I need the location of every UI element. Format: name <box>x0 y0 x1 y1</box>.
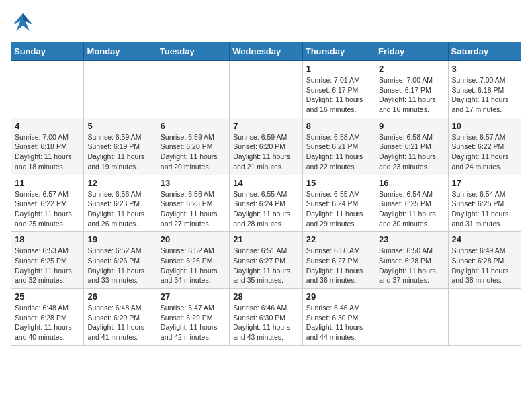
day-cell <box>230 61 302 118</box>
weekday-header-saturday: Saturday <box>448 42 521 61</box>
day-number: 6 <box>161 121 226 131</box>
day-info: Sunrise: 6:53 AM Sunset: 6:25 PM Dayligh… <box>15 246 80 285</box>
day-cell: 2Sunrise: 7:00 AM Sunset: 6:17 PM Daylig… <box>375 61 448 118</box>
day-info: Sunrise: 7:00 AM Sunset: 6:18 PM Dayligh… <box>15 132 80 172</box>
day-cell: 5Sunrise: 6:59 AM Sunset: 6:19 PM Daylig… <box>84 118 157 175</box>
day-info: Sunrise: 6:50 AM Sunset: 6:28 PM Dayligh… <box>379 246 444 285</box>
day-cell: 14Sunrise: 6:55 AM Sunset: 6:24 PM Dayli… <box>230 175 302 232</box>
day-cell: 10Sunrise: 6:57 AM Sunset: 6:22 PM Dayli… <box>448 118 521 175</box>
day-cell: 23Sunrise: 6:50 AM Sunset: 6:28 PM Dayli… <box>375 232 448 289</box>
day-number: 4 <box>15 121 80 131</box>
day-info: Sunrise: 6:48 AM Sunset: 6:29 PM Dayligh… <box>87 303 152 342</box>
day-number: 27 <box>161 291 226 302</box>
day-cell: 12Sunrise: 6:56 AM Sunset: 6:23 PM Dayli… <box>84 175 157 232</box>
day-number: 10 <box>452 121 517 131</box>
week-row-2: 4Sunrise: 7:00 AM Sunset: 6:18 PM Daylig… <box>11 118 521 175</box>
week-row-3: 11Sunrise: 6:57 AM Sunset: 6:22 PM Dayli… <box>11 175 521 232</box>
day-info: Sunrise: 6:46 AM Sunset: 6:30 PM Dayligh… <box>306 303 371 342</box>
week-row-4: 18Sunrise: 6:53 AM Sunset: 6:25 PM Dayli… <box>11 232 521 289</box>
weekday-header-sunday: Sunday <box>11 42 84 61</box>
day-cell: 28Sunrise: 6:46 AM Sunset: 6:30 PM Dayli… <box>230 289 302 346</box>
day-info: Sunrise: 6:56 AM Sunset: 6:23 PM Dayligh… <box>87 189 152 229</box>
day-cell: 25Sunrise: 6:48 AM Sunset: 6:28 PM Dayli… <box>11 289 84 346</box>
day-number: 9 <box>379 121 444 131</box>
day-number: 19 <box>87 234 152 244</box>
day-number: 20 <box>161 234 226 244</box>
day-number: 7 <box>233 121 298 131</box>
weekday-header-thursday: Thursday <box>302 42 375 61</box>
day-cell: 11Sunrise: 6:57 AM Sunset: 6:22 PM Dayli… <box>11 175 84 232</box>
day-info: Sunrise: 6:49 AM Sunset: 6:28 PM Dayligh… <box>452 246 517 285</box>
day-info: Sunrise: 6:58 AM Sunset: 6:21 PM Dayligh… <box>379 132 444 172</box>
day-info: Sunrise: 6:46 AM Sunset: 6:30 PM Dayligh… <box>233 303 298 342</box>
day-number: 22 <box>306 234 371 244</box>
day-cell: 18Sunrise: 6:53 AM Sunset: 6:25 PM Dayli… <box>11 232 84 289</box>
day-info: Sunrise: 7:01 AM Sunset: 6:17 PM Dayligh… <box>306 75 371 115</box>
weekday-header-tuesday: Tuesday <box>157 42 229 61</box>
day-cell: 16Sunrise: 6:54 AM Sunset: 6:25 PM Dayli… <box>375 175 448 232</box>
day-cell: 26Sunrise: 6:48 AM Sunset: 6:29 PM Dayli… <box>84 289 157 346</box>
day-number: 29 <box>306 291 371 302</box>
day-info: Sunrise: 6:57 AM Sunset: 6:22 PM Dayligh… <box>452 132 517 172</box>
day-cell: 1Sunrise: 7:01 AM Sunset: 6:17 PM Daylig… <box>302 61 375 118</box>
weekday-header-friday: Friday <box>375 42 448 61</box>
day-cell: 19Sunrise: 6:52 AM Sunset: 6:26 PM Dayli… <box>84 232 157 289</box>
day-info: Sunrise: 6:58 AM Sunset: 6:21 PM Dayligh… <box>306 132 371 172</box>
day-number: 26 <box>87 291 152 302</box>
day-info: Sunrise: 6:59 AM Sunset: 6:20 PM Dayligh… <box>161 132 226 172</box>
day-number: 13 <box>161 178 226 188</box>
day-info: Sunrise: 6:52 AM Sunset: 6:26 PM Dayligh… <box>87 246 152 285</box>
day-number: 5 <box>87 121 152 131</box>
day-info: Sunrise: 6:52 AM Sunset: 6:26 PM Dayligh… <box>161 246 226 285</box>
day-cell: 29Sunrise: 6:46 AM Sunset: 6:30 PM Dayli… <box>302 289 375 346</box>
day-cell: 17Sunrise: 6:54 AM Sunset: 6:25 PM Dayli… <box>448 175 521 232</box>
day-info: Sunrise: 6:54 AM Sunset: 6:25 PM Dayligh… <box>379 189 444 229</box>
day-number: 17 <box>452 178 517 188</box>
day-info: Sunrise: 6:47 AM Sunset: 6:29 PM Dayligh… <box>161 303 226 342</box>
weekday-header-row: SundayMondayTuesdayWednesdayThursdayFrid… <box>11 42 521 61</box>
day-info: Sunrise: 7:00 AM Sunset: 6:18 PM Dayligh… <box>452 75 517 115</box>
day-info: Sunrise: 6:48 AM Sunset: 6:28 PM Dayligh… <box>15 303 80 342</box>
day-info: Sunrise: 6:50 AM Sunset: 6:27 PM Dayligh… <box>306 246 371 285</box>
day-number: 25 <box>15 291 80 302</box>
day-number: 21 <box>233 234 298 244</box>
day-info: Sunrise: 6:56 AM Sunset: 6:23 PM Dayligh… <box>161 189 226 229</box>
day-cell: 20Sunrise: 6:52 AM Sunset: 6:26 PM Dayli… <box>157 232 229 289</box>
day-number: 3 <box>452 64 517 74</box>
day-cell <box>11 61 84 118</box>
day-number: 12 <box>87 178 152 188</box>
day-number: 11 <box>15 178 80 188</box>
day-info: Sunrise: 6:59 AM Sunset: 6:19 PM Dayligh… <box>87 132 152 172</box>
day-number: 18 <box>15 234 80 244</box>
day-cell: 22Sunrise: 6:50 AM Sunset: 6:27 PM Dayli… <box>302 232 375 289</box>
day-number: 8 <box>306 121 371 131</box>
day-info: Sunrise: 6:59 AM Sunset: 6:20 PM Dayligh… <box>233 132 298 172</box>
day-cell: 4Sunrise: 7:00 AM Sunset: 6:18 PM Daylig… <box>11 118 84 175</box>
weekday-header-monday: Monday <box>84 42 157 61</box>
day-info: Sunrise: 6:57 AM Sunset: 6:22 PM Dayligh… <box>15 189 80 229</box>
logo <box>11 11 39 35</box>
day-cell: 24Sunrise: 6:49 AM Sunset: 6:28 PM Dayli… <box>448 232 521 289</box>
day-cell: 3Sunrise: 7:00 AM Sunset: 6:18 PM Daylig… <box>448 61 521 118</box>
week-row-1: 1Sunrise: 7:01 AM Sunset: 6:17 PM Daylig… <box>11 61 521 118</box>
day-number: 24 <box>452 234 517 244</box>
week-row-5: 25Sunrise: 6:48 AM Sunset: 6:28 PM Dayli… <box>11 289 521 346</box>
day-cell <box>375 289 448 346</box>
weekday-header-wednesday: Wednesday <box>230 42 302 61</box>
day-cell <box>84 61 157 118</box>
day-number: 28 <box>233 291 298 302</box>
calendar-table: SundayMondayTuesdayWednesdayThursdayFrid… <box>11 42 521 346</box>
day-info: Sunrise: 7:00 AM Sunset: 6:17 PM Dayligh… <box>379 75 444 115</box>
day-info: Sunrise: 6:55 AM Sunset: 6:24 PM Dayligh… <box>306 189 371 229</box>
day-cell: 6Sunrise: 6:59 AM Sunset: 6:20 PM Daylig… <box>157 118 229 175</box>
day-number: 15 <box>306 178 371 188</box>
day-number: 23 <box>379 234 444 244</box>
day-cell: 8Sunrise: 6:58 AM Sunset: 6:21 PM Daylig… <box>302 118 375 175</box>
day-number: 16 <box>379 178 444 188</box>
day-number: 14 <box>233 178 298 188</box>
day-number: 1 <box>306 64 371 74</box>
page-header <box>11 11 521 35</box>
day-cell: 27Sunrise: 6:47 AM Sunset: 6:29 PM Dayli… <box>157 289 229 346</box>
day-cell: 9Sunrise: 6:58 AM Sunset: 6:21 PM Daylig… <box>375 118 448 175</box>
logo-icon <box>11 11 35 35</box>
